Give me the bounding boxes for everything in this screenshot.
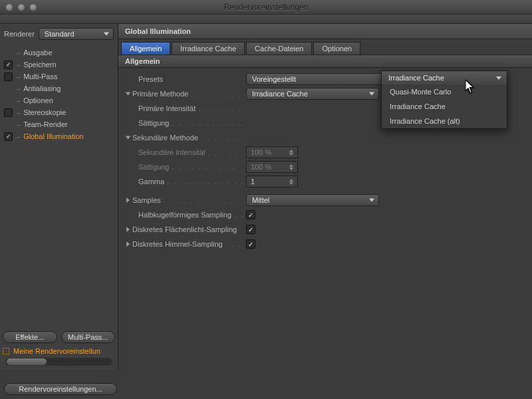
sidebar-item[interactable]: ✓–Global Illumination: [0, 130, 118, 142]
disclosure-icon[interactable]: [126, 198, 130, 203]
sidebar-item-label: Speichern: [23, 61, 57, 68]
disclosure-icon[interactable]: [126, 227, 130, 232]
menu-item[interactable]: Irradiance Cache: [382, 99, 507, 114]
sidebar-item-label: Global Illumination: [23, 132, 84, 140]
sidebar-item[interactable]: –Antialiasing: [0, 82, 118, 94]
primary-intensity-label: Primäre Intensität. . . . . . .: [126, 104, 246, 112]
tab[interactable]: Optionen: [313, 42, 360, 55]
secondary-intensity-label: Sekundäre Intensität. . . . .: [126, 148, 246, 156]
hemisphere-sampling-checkbox[interactable]: ✓: [246, 210, 255, 219]
primary-method-menu-header[interactable]: Irradiance Cache: [382, 71, 507, 84]
scrollbar-thumb[interactable]: [7, 358, 47, 365]
gamma-label: Gamma. . . . . . . . . . . . . .: [126, 178, 246, 186]
secondary-saturation-label: Sättigung. . . . . . . . . .: [126, 163, 246, 171]
sidebar-item-label: Antialiasing: [23, 84, 61, 92]
renderer-label: Renderer: [4, 30, 35, 38]
effects-button[interactable]: Effekte...: [3, 331, 57, 343]
presets-label: Presets: [126, 75, 246, 83]
menu-item[interactable]: Quasi-Monte Carlo: [382, 84, 507, 99]
primary-method-dropdown[interactable]: Irradiance Cache: [246, 88, 379, 100]
preset-row[interactable]: Meine Rendervoreinstellun: [3, 347, 115, 355]
sidebar-item[interactable]: –Stereoskopie: [0, 106, 118, 118]
right-panel: Global Illumination AllgemeinIrradiance …: [118, 24, 532, 370]
render-settings-button[interactable]: Rendervoreinstellungen...: [4, 383, 117, 395]
renderer-dropdown[interactable]: Standard: [39, 28, 114, 40]
hemisphere-sampling-label: Halbkugelförmiges Sampling. .: [126, 211, 246, 219]
sidebar-item[interactable]: –Ausgabe: [0, 47, 118, 59]
chevron-down-icon: [369, 199, 374, 202]
sidebar-item[interactable]: ✓–Speichern: [0, 59, 118, 70]
sidebar-item-label: Team-Render: [23, 120, 68, 128]
sidebar-item-label: Optionen: [23, 96, 53, 104]
disclosure-icon[interactable]: [126, 92, 131, 96]
sidebar-item-label: Ausgabe: [23, 49, 52, 57]
sidebar-item-label: Stereoskopie: [23, 108, 66, 116]
sidebar-item[interactable]: –Multi-Pass: [0, 70, 118, 82]
secondary-intensity-field: 100 %: [246, 146, 298, 158]
tab[interactable]: Irradiance Cache: [172, 42, 245, 55]
primary-method-menu: Irradiance Cache Quasi-Monte CarloIrradi…: [381, 70, 507, 129]
checkbox[interactable]: ✓: [4, 132, 13, 141]
sidebar-item[interactable]: –Team-Render: [0, 118, 118, 130]
checkbox[interactable]: [4, 108, 13, 117]
window-title: Rendervoreinstellungen: [0, 3, 532, 12]
disclosure-icon[interactable]: [126, 136, 131, 140]
sky-sampling-label: Diskretes Himmel-Sampling. . .: [126, 240, 246, 248]
multipass-button[interactable]: Multi-Pass...: [61, 331, 116, 343]
secondary-saturation-field: 100 %: [246, 161, 298, 173]
area-sampling-label: Diskretes Flächenlicht-Sampling: [126, 225, 246, 233]
area-sampling-checkbox[interactable]: ✓: [246, 225, 255, 234]
left-panel: Renderer Standard –Ausgabe✓–Speichern–Mu…: [0, 24, 118, 370]
preset-icon: [3, 348, 9, 354]
renderer-value: Standard: [45, 30, 74, 38]
samples-label: Samples. . . . . . . . . . . . . . .: [126, 196, 246, 204]
secondary-method-label: Sekundäre Methode. . . . . . . .: [126, 134, 246, 142]
chevron-down-icon: [104, 33, 109, 36]
primary-saturation-label: Sättigung. . . . . . . . . . . .: [126, 119, 246, 127]
chevron-down-icon: [369, 92, 374, 96]
titlebar: Rendervoreinstellungen: [0, 0, 532, 15]
form: Presets Voreingestellt Primäre Methode. …: [118, 68, 532, 257]
tab[interactable]: Allgemein: [121, 42, 170, 55]
gamma-field[interactable]: 1: [246, 176, 298, 188]
tabs: AllgemeinIrradiance CacheCache-DateienOp…: [118, 39, 532, 55]
footer: Rendervoreinstellungen...: [4, 383, 117, 395]
sidebar-item-label: Multi-Pass: [23, 72, 57, 80]
disclosure-icon[interactable]: [126, 241, 130, 247]
toolbar-strip: [0, 15, 532, 24]
primary-method-label: Primäre Methode. . . . . . . . . .: [126, 90, 246, 98]
tab[interactable]: Cache-Dateien: [246, 42, 312, 55]
panel-header: Global Illumination: [118, 24, 532, 39]
render-settings-tree: –Ausgabe✓–Speichern–Multi-Pass–Antialias…: [0, 44, 118, 145]
sidebar-item[interactable]: –Optionen: [0, 94, 118, 106]
left-scrollbar[interactable]: [5, 358, 112, 366]
samples-dropdown[interactable]: Mittel: [246, 194, 379, 206]
checkbox[interactable]: ✓: [4, 61, 13, 69]
chevron-down-icon: [496, 76, 501, 80]
checkbox[interactable]: [4, 72, 13, 81]
preset-label: Meine Rendervoreinstellun: [13, 347, 100, 355]
sky-sampling-checkbox[interactable]: ✓: [246, 239, 255, 249]
menu-item[interactable]: Irradiance Cache (alt): [382, 114, 507, 128]
section-bar: Allgemein: [118, 55, 532, 68]
